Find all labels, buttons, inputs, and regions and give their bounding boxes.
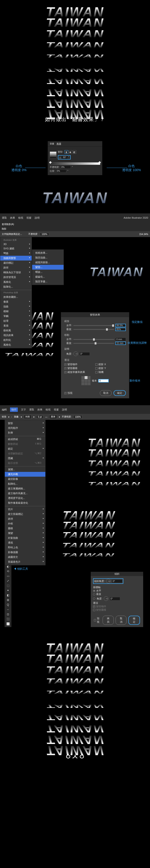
- menu-item[interactable]: 素描: [0, 323, 32, 328]
- axis-v[interactable]: 垂直: [93, 592, 141, 596]
- scale-v-input[interactable]: 85%: [115, 328, 126, 331]
- menu-item[interactable]: 轉換為以下形狀: [0, 270, 32, 275]
- effect-menu[interactable]: Illustrator 效果3DSVG 濾鏡彎曲扭曲與變形裁切標記路徑轉換為以下…: [0, 237, 32, 348]
- opt-reflect-x[interactable]: 鏡射 X: [95, 363, 126, 366]
- linear-gradient-icon[interactable]: ▮: [65, 150, 68, 154]
- menu-help[interactable]: 說明: [62, 408, 67, 411]
- zoom-value[interactable]: 154.34%: [139, 233, 148, 236]
- tool-20[interactable]: ↔: [5, 607, 11, 612]
- preview-checkbox[interactable]: ✓預視: [64, 390, 73, 396]
- angle-dial[interactable]: [73, 351, 78, 356]
- tab-stroke[interactable]: 筆畫: [50, 142, 54, 145]
- angle-input[interactable]: 0°: [79, 352, 90, 355]
- menu-item[interactable]: 3D: [0, 242, 32, 246]
- obj-menu-item[interactable]: 透視: [5, 540, 45, 545]
- shear-angle-dial[interactable]: [106, 579, 110, 583]
- obj-expand[interactable]: 展開...: [5, 467, 45, 472]
- ai-menubar-2[interactable]: 編輯 物件 文字 選取 效果 檢視 視窗 說明: [0, 405, 150, 414]
- menu-type[interactable]: 文字: [21, 408, 26, 411]
- gradient-panel[interactable]: 筆畫 漸層 類型: ▮ ◉ ◧ △: [48, 141, 102, 175]
- obj-menu-item[interactable]: 建立漸層網格...: [5, 486, 45, 491]
- opt-scale-strokes[interactable]: ✓縮放筆畫和效果: [64, 370, 95, 374]
- submenu-item[interactable]: 縮攏與膨脹...: [32, 260, 64, 265]
- menu-item[interactable]: 路徑管理員: [0, 275, 32, 280]
- obj-menu-item[interactable]: 封套扭曲: [5, 535, 45, 540]
- menu-object[interactable]: 物件: [10, 407, 18, 412]
- scale-h-input[interactable]: 99.5%: [115, 324, 126, 327]
- position-input[interactable]: 0%: [56, 169, 66, 173]
- apply-last-effect[interactable]: 套用陰影(A): [2, 223, 14, 226]
- ai-menubar[interactable]: 選取 效果 檢視 視窗 說明 Adobe Illustrator 2020: [0, 213, 150, 222]
- obj-group[interactable]: 組成群組⌘G: [5, 437, 45, 442]
- tool-14[interactable]: ⤢: [5, 579, 11, 583]
- menu-item[interactable]: 筆觸: [0, 314, 32, 318]
- cancel-button[interactable]: 取消: [116, 616, 127, 625]
- menu-view[interactable]: 檢視: [18, 216, 23, 220]
- menu-item[interactable]: 像素: [0, 300, 32, 304]
- menu-item[interactable]: 風格化: [0, 342, 32, 347]
- obj-expand-appearance[interactable]: 擴充外觀: [5, 472, 45, 477]
- obj-menu-item[interactable]: 製作像素級最佳化: [5, 501, 45, 505]
- obj-hide[interactable]: 隱藏: [5, 456, 45, 461]
- obj-menu-item[interactable]: 透明度平面化...: [5, 496, 45, 501]
- tool-21[interactable]: ⊡: [5, 612, 11, 617]
- opacity-value[interactable]: 100%: [40, 232, 49, 236]
- ok-button[interactable]: 確定: [114, 390, 126, 396]
- submenu-item[interactable]: 螺旋...: [32, 270, 64, 274]
- tool-19[interactable]: Q: [5, 602, 11, 607]
- menu-effect[interactable]: 效果: [10, 216, 15, 220]
- doc-raster-settings[interactable]: 文件點陣效果設定...: [2, 232, 22, 236]
- menu-item[interactable]: 模糊: [0, 309, 32, 314]
- obj-lock[interactable]: 鎖定: [5, 446, 45, 451]
- menu-item[interactable]: 紋理: [0, 318, 32, 323]
- obj-menu-item[interactable]: 路徑: [5, 517, 45, 521]
- axis-h[interactable]: ●水平: [93, 589, 141, 592]
- obj-menu-item[interactable]: 漸變: [5, 531, 45, 535]
- obj-menu-item[interactable]: 切片: [5, 507, 45, 512]
- opt-transform-pattern[interactable]: ✓變形圖樣: [64, 367, 95, 370]
- tool-12[interactable]: ⟲: [5, 569, 11, 574]
- submenu-transform[interactable]: 變形...: [32, 265, 64, 270]
- obj-menu-item[interactable]: 即時上色: [5, 545, 45, 550]
- control-bar[interactable]: 文件點陣效果設定... 不透明度: 100% 154.34%: [0, 231, 150, 237]
- opt-transform-object[interactable]: ✓變形物件: [64, 363, 95, 366]
- opacity-input[interactable]: 0%: [60, 165, 71, 169]
- submenu-item[interactable]: 隨意筆畫...: [32, 279, 64, 284]
- shear-angle-input[interactable]: 0°: [112, 580, 122, 583]
- menu-item[interactable]: 銳利化: [0, 338, 32, 342]
- opt-random[interactable]: 隨機: [95, 370, 126, 374]
- ok-button[interactable]: 確定: [128, 616, 140, 625]
- obj-menu-item[interactable]: 建立剪裁標記: [5, 512, 45, 517]
- menu-item[interactable]: 彎曲: [0, 251, 32, 256]
- menu-item[interactable]: 風格化: [0, 280, 32, 284]
- menu-item[interactable]: 視訊效果: [0, 333, 32, 338]
- obj-menu-item[interactable]: 剪裁遮色片: [5, 559, 45, 564]
- tool-15[interactable]: ⬚: [5, 583, 11, 588]
- obj-menu-item[interactable]: 繞圖排文: [5, 555, 45, 559]
- menu-item[interactable]: 藝術風: [0, 328, 32, 333]
- menu-effect[interactable]: 效果: [38, 408, 43, 411]
- menu-select[interactable]: 選取: [2, 216, 7, 220]
- angle-field-highlight[interactable]: △ 90° ˅: [58, 155, 71, 159]
- tool-17[interactable]: ◧: [5, 593, 11, 597]
- obj-menu-item[interactable]: 裁切影像: [5, 477, 45, 482]
- menu-item[interactable]: 效果收藏館...: [0, 294, 32, 300]
- obj-menu-item[interactable]: 建立物件馬賽克...: [5, 491, 45, 496]
- menu-item[interactable]: 路徑: [0, 265, 32, 270]
- tool-16[interactable]: ✦: [5, 588, 11, 593]
- tool-23[interactable]: ⬜: [5, 622, 11, 626]
- menu-window[interactable]: 視窗: [54, 408, 59, 411]
- object-menu[interactable]: 變形排列順序對齊組成群組⌘G解散群組⇧⌘G鎖定全部解除鎖定⌥⌘2隱藏顯示全部⌥⌘…: [4, 420, 46, 565]
- move-v-input[interactable]: 15 mm: [115, 342, 126, 345]
- editing-text[interactable]: TAIWAN: [0, 182, 150, 213]
- menu-view[interactable]: 檢視: [46, 408, 51, 411]
- obj-menu-item[interactable]: 影像描圖: [5, 550, 45, 555]
- obj-menu-item[interactable]: 點陣化...: [5, 482, 45, 486]
- tab-gradient[interactable]: 漸層: [56, 142, 61, 145]
- menu-item[interactable]: 裁切標記: [0, 260, 32, 265]
- radial-gradient-icon[interactable]: ◉: [69, 150, 72, 154]
- obj-menu-item[interactable]: 圖樣: [5, 526, 45, 531]
- shear-preview[interactable]: 預視: [94, 616, 101, 625]
- menu-item[interactable]: 點陣化...: [0, 284, 32, 289]
- gradient-swatch[interactable]: [50, 152, 56, 158]
